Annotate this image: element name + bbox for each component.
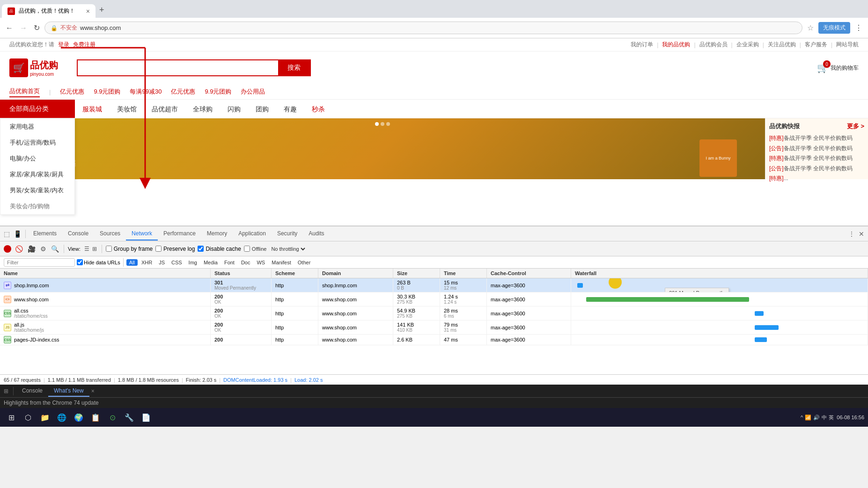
header-status[interactable]: Status [211, 269, 272, 278]
cat-clothing[interactable]: 男装/女装/童装/内衣 [0, 182, 74, 198]
filter-other[interactable]: Other [295, 259, 314, 266]
forward-btn[interactable]: → [18, 23, 29, 33]
main-nav-global[interactable]: 全球购 [185, 100, 220, 118]
news-item-2[interactable]: [公告]备战开学季 全民半价购数码 [769, 144, 864, 154]
clear-btn[interactable]: 🚫 [14, 244, 24, 254]
filter-ws[interactable]: WS [254, 259, 268, 266]
system-clock[interactable]: 06-08 16:56 [837, 415, 864, 420]
filter-doc[interactable]: Doc [238, 259, 253, 266]
table-row[interactable]: <> www.shop.com 200 OK http www.shop.com… [0, 292, 868, 306]
start-btn[interactable]: ⊞ [4, 410, 19, 425]
main-nav-group[interactable]: 团购 [248, 100, 276, 118]
filter-xhr[interactable]: XHR [139, 259, 155, 266]
nav-link-deals[interactable]: 亿元优惠 [60, 87, 84, 97]
tab-network[interactable]: Network [126, 227, 158, 240]
table-row[interactable]: JS all.js /static/home/js 200 OK http ww… [0, 320, 868, 335]
nav-link-home[interactable]: 品优购首页 [9, 86, 40, 97]
hide-data-urls-label[interactable]: Hide data URLs [77, 259, 120, 265]
service-link[interactable]: 客户服务 [805, 41, 827, 49]
filter-img[interactable]: Img [186, 259, 200, 266]
news-item-3[interactable]: [特惠]备战开学季 全民半价购数码 [769, 153, 864, 164]
filter-btn[interactable]: ⚙ [39, 244, 47, 254]
tab-close-btn[interactable]: × [86, 7, 90, 15]
tab-audits[interactable]: Audits [303, 227, 330, 240]
filter-input[interactable] [4, 258, 75, 267]
cortana-btn[interactable]: ⬡ [21, 410, 36, 425]
news-item-1[interactable]: [特惠]备战开学季 全民半价购数码 [769, 133, 864, 144]
tray-ime-en[interactable]: 英 [829, 414, 834, 421]
menu-btn[interactable]: ⋮ [853, 22, 864, 33]
filter-media[interactable]: Media [201, 259, 221, 266]
tool-btn[interactable]: 🔧 [122, 410, 137, 425]
grid-view-btn[interactable]: ⊞ [91, 245, 98, 253]
header-scheme[interactable]: Scheme [272, 269, 318, 278]
edge-btn[interactable]: 🌐 [54, 410, 69, 425]
cat-beauty[interactable]: 美妆会/拍/购物 [0, 198, 74, 214]
preserve-log-label[interactable]: Preserve log [155, 246, 195, 252]
tab-sources[interactable]: Sources [94, 227, 126, 240]
header-size[interactable]: Size [393, 269, 440, 278]
news-item-4[interactable]: [公告]备战开学季 全民半价购数码 [769, 164, 864, 174]
filter-js[interactable]: JS [156, 259, 168, 266]
news-more-btn[interactable]: 更多 > [847, 122, 864, 131]
cat-mobile[interactable]: 手机/运营商/数码 [0, 135, 74, 151]
cat-appliances[interactable]: 家用电器 [0, 119, 74, 135]
disable-cache-checkbox[interactable] [198, 246, 204, 252]
table-row[interactable]: CSS pages-JD-index.css 200 http www.shop… [0, 335, 868, 345]
cart-button[interactable]: 🛒 0 我的购物车 [817, 62, 859, 73]
main-nav-fun[interactable]: 有趣 [276, 100, 304, 118]
whats-new-close[interactable]: × [91, 388, 95, 394]
throttle-select[interactable]: No throttling Fast 3G Slow 3G [269, 246, 307, 252]
preserve-log-checkbox[interactable] [155, 246, 162, 252]
back-btn[interactable]: ← [4, 23, 15, 33]
login-link[interactable]: 登录 [58, 41, 69, 49]
header-time[interactable]: Time [440, 269, 487, 278]
nav-all-btn[interactable]: 全部商品分类 [0, 100, 75, 118]
filter-manifest[interactable]: Manifest [269, 259, 294, 266]
search-input[interactable] [78, 60, 278, 75]
header-waterfall[interactable]: Waterfall [571, 269, 868, 278]
tab-console[interactable]: Console [62, 227, 94, 240]
tray-sound[interactable]: 🔊 [813, 415, 820, 421]
devtools-close-btn[interactable]: ✕ [857, 228, 866, 240]
cat-home[interactable]: 家居/家具/家装/厨具 [0, 167, 74, 182]
search-btn[interactable]: 搜索 [278, 60, 310, 75]
tab-whats-new[interactable]: What's New [48, 386, 89, 397]
table-row[interactable]: ⇄ shop.lnmp.com 301 Moved Permanently ht… [0, 278, 868, 292]
tab-console-bottom[interactable]: Console [16, 386, 48, 397]
filter-font[interactable]: Font [221, 259, 237, 266]
header-domain[interactable]: Domain [318, 269, 393, 278]
nav-link-office[interactable]: 办公用品 [241, 87, 265, 97]
nav-link-groupbuy2[interactable]: 9.9元团购 [205, 87, 231, 97]
header-name[interactable]: Name [0, 269, 211, 278]
chrome-btn[interactable]: ⊙ [105, 410, 120, 425]
no-distraction-btn[interactable]: 无痕模式 [818, 22, 850, 34]
device-btn[interactable]: 📱 [12, 228, 23, 240]
main-nav-flash-sale[interactable]: 秒杀 [304, 100, 332, 118]
membership-link[interactable]: 品优购会员 [699, 41, 728, 49]
active-tab[interactable]: 品 品优购，优质！优购！ × [2, 4, 96, 18]
tab-elements[interactable]: Elements [28, 227, 62, 240]
devtools-more-btn[interactable]: ⋮ [846, 228, 857, 240]
ie-btn[interactable]: 🌍 [71, 410, 86, 425]
file-explorer-btn[interactable]: 📁 [37, 410, 52, 425]
header-cache[interactable]: Cache-Control [487, 269, 571, 278]
list-view-btn[interactable]: ☰ [83, 245, 90, 253]
filter-css[interactable]: CSS [169, 259, 185, 266]
tray-network[interactable]: 📶 [805, 415, 811, 421]
inspect-btn[interactable]: ⬚ [2, 228, 12, 240]
my-pinyou-link[interactable]: 我的品优购 [662, 41, 690, 49]
tray-up-arrow[interactable]: ^ [801, 415, 803, 420]
clipboard-btn[interactable]: 📋 [88, 410, 103, 425]
disable-cache-label[interactable]: Disable cache [198, 246, 241, 252]
nav-link-discount[interactable]: 每满99减30 [130, 87, 162, 97]
my-orders-link[interactable]: 我的订单 [631, 41, 653, 49]
refresh-btn[interactable]: ↻ [32, 22, 42, 33]
news-item-5[interactable]: [特惠]... [769, 174, 864, 184]
register-link[interactable]: 免费注册 [73, 41, 96, 49]
follow-link[interactable]: 关注品优购 [768, 41, 796, 49]
nav-link-deals2[interactable]: 亿元优惠 [171, 87, 195, 97]
main-nav-flash[interactable]: 闪购 [220, 100, 248, 118]
main-nav-fashion[interactable]: 服装城 [75, 100, 110, 118]
camera-btn[interactable]: 🎥 [27, 244, 37, 254]
